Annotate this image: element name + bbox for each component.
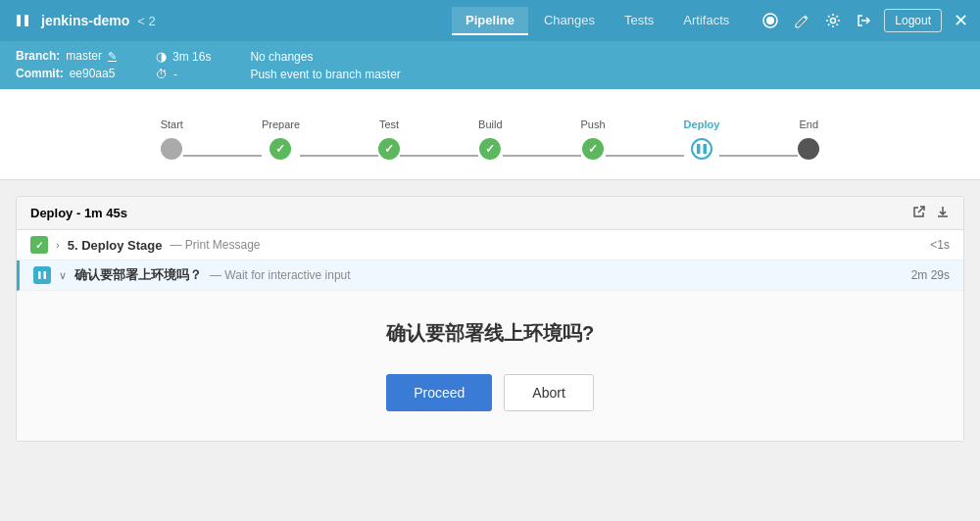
panel-header-icons bbox=[912, 205, 950, 221]
sub-header: Branch: master ✎ Commit: ee90aa5 ◑ 3m 16… bbox=[0, 41, 980, 89]
step-1-badge bbox=[33, 266, 51, 284]
stage-prepare-label: Prepare bbox=[262, 118, 300, 130]
download-icon[interactable] bbox=[936, 205, 950, 221]
pipeline-stages: Start Prepare ✓ Test ✓ Build ✓ Push ✓ bbox=[161, 118, 820, 160]
svg-rect-7 bbox=[703, 144, 707, 154]
breadcrumb: < 2 bbox=[137, 14, 155, 28]
connector-5 bbox=[719, 155, 798, 157]
step-0-time: <1s bbox=[930, 238, 950, 252]
branch-value: master bbox=[66, 49, 102, 63]
svg-rect-8 bbox=[38, 271, 41, 279]
tab-changes[interactable]: Changes bbox=[530, 7, 609, 35]
svg-rect-0 bbox=[17, 15, 21, 26]
commit-value: ee90aa5 bbox=[70, 67, 116, 80]
stage-build[interactable]: Build ✓ bbox=[478, 118, 502, 160]
stage-prepare-circle: ✓ bbox=[270, 138, 291, 160]
svg-rect-9 bbox=[44, 271, 47, 279]
exit-icon[interactable] bbox=[853, 9, 876, 32]
step-0-name: 5. Deploy Stage bbox=[68, 238, 163, 253]
export-icon[interactable] bbox=[912, 205, 926, 221]
branch-edit-icon[interactable]: ✎ bbox=[108, 50, 117, 63]
stage-build-circle: ✓ bbox=[479, 138, 501, 160]
duration-value: 3m 16s bbox=[172, 50, 211, 64]
stage-prepare[interactable]: Prepare ✓ bbox=[262, 118, 300, 160]
interactive-area: 确认要部署线上环境吗? Proceed Abort bbox=[17, 291, 963, 441]
stage-end-label: End bbox=[800, 118, 819, 130]
connector-2 bbox=[400, 155, 478, 157]
step-row-1: ∨ 确认要部署上环境吗？ — Wait for interactive inpu… bbox=[17, 260, 963, 291]
record-icon[interactable] bbox=[759, 9, 782, 32]
stage-deploy-circle bbox=[691, 138, 712, 160]
tab-artifacts[interactable]: Artifacts bbox=[669, 7, 743, 35]
bottom-panel: Deploy - 1m 45s ✓ › 5. Deploy Stage — Pr… bbox=[16, 196, 964, 442]
branch-label: Branch: bbox=[16, 49, 60, 63]
stage-deploy[interactable]: Deploy bbox=[684, 118, 720, 160]
panel-header: Deploy - 1m 45s bbox=[17, 197, 963, 230]
stage-test-label: Test bbox=[379, 118, 399, 130]
time-value: - bbox=[173, 68, 177, 81]
logout-button[interactable]: Logout bbox=[884, 9, 942, 32]
app-title: jenkins-demo bbox=[41, 13, 129, 28]
svg-rect-6 bbox=[697, 144, 701, 154]
step-0-sub: — Print Message bbox=[170, 238, 260, 252]
svg-point-4 bbox=[831, 19, 836, 24]
stage-test[interactable]: Test ✓ bbox=[378, 118, 400, 160]
step-row-0: ✓ › 5. Deploy Stage — Print Message <1s bbox=[17, 230, 963, 260]
step-0-badge: ✓ bbox=[30, 236, 48, 254]
svg-point-3 bbox=[766, 17, 774, 24]
build-info-left: Branch: master ✎ Commit: ee90aa5 bbox=[16, 49, 117, 81]
build-info-middle: ◑ 3m 16s ⏱ - bbox=[156, 49, 211, 81]
pause-icon[interactable] bbox=[12, 10, 33, 31]
interactive-buttons: Proceed Abort bbox=[36, 374, 944, 411]
stage-start-label: Start bbox=[161, 118, 183, 130]
stage-deploy-label: Deploy bbox=[684, 118, 720, 130]
stage-push-circle: ✓ bbox=[582, 138, 604, 160]
svg-rect-1 bbox=[24, 15, 28, 26]
header-action-icons: Logout ✕ bbox=[759, 9, 968, 32]
commit-label: Commit: bbox=[16, 67, 64, 80]
stage-start-circle bbox=[161, 138, 182, 160]
time-icon: ⏱ bbox=[156, 68, 168, 81]
stage-start[interactable]: Start bbox=[161, 118, 183, 160]
stage-push-label: Push bbox=[581, 118, 606, 130]
pipeline-area: Start Prepare ✓ Test ✓ Build ✓ Push ✓ bbox=[0, 89, 980, 180]
step-1-name: 确认要部署上环境吗？ bbox=[74, 266, 202, 284]
step-0-chevron[interactable]: › bbox=[56, 239, 60, 251]
push-event: Push event to branch master bbox=[250, 68, 400, 81]
stage-end[interactable]: End bbox=[798, 118, 819, 160]
duration-icon: ◑ bbox=[156, 49, 167, 64]
step-1-chevron[interactable]: ∨ bbox=[59, 269, 67, 282]
connector-0 bbox=[183, 155, 262, 157]
no-changes: No changes bbox=[250, 50, 400, 64]
step-1-time: 2m 29s bbox=[911, 268, 950, 282]
nav-tabs: Pipeline Changes Tests Artifacts bbox=[452, 7, 743, 35]
stage-push[interactable]: Push ✓ bbox=[581, 118, 606, 160]
abort-button[interactable]: Abort bbox=[504, 374, 593, 411]
settings-icon[interactable] bbox=[821, 9, 845, 32]
connector-1 bbox=[300, 155, 378, 157]
close-icon[interactable]: ✕ bbox=[954, 10, 968, 31]
stage-build-label: Build bbox=[478, 118, 502, 130]
header: jenkins-demo < 2 Pipeline Changes Tests … bbox=[0, 0, 980, 41]
step-1-sub: — Wait for interactive input bbox=[210, 268, 351, 282]
stage-end-circle bbox=[798, 138, 819, 160]
proceed-button[interactable]: Proceed bbox=[386, 374, 492, 411]
tab-pipeline[interactable]: Pipeline bbox=[452, 7, 528, 35]
panel-title: Deploy - 1m 45s bbox=[30, 206, 127, 220]
edit-icon[interactable] bbox=[790, 9, 813, 32]
tab-tests[interactable]: Tests bbox=[611, 7, 667, 35]
interactive-title: 确认要部署线上环境吗? bbox=[36, 320, 944, 347]
connector-3 bbox=[503, 155, 581, 157]
connector-4 bbox=[606, 155, 684, 157]
stage-test-circle: ✓ bbox=[378, 138, 400, 160]
build-info-right: No changes Push event to branch master bbox=[250, 49, 400, 81]
